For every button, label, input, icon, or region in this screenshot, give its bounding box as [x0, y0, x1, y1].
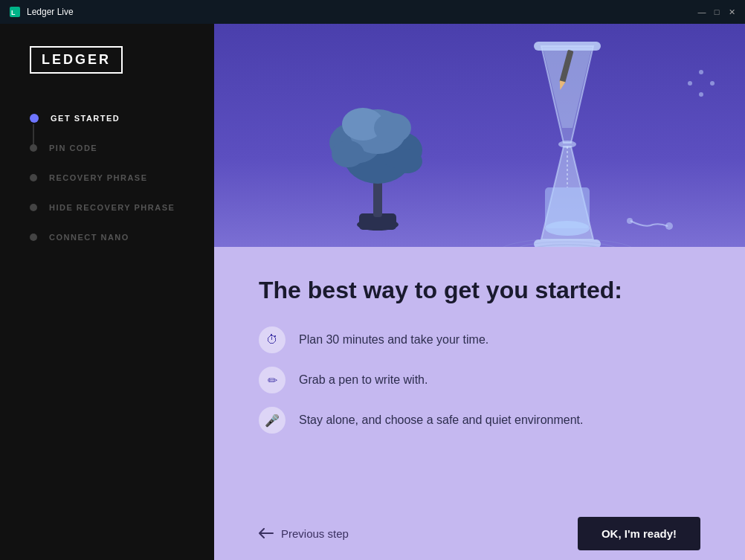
step-label-pin-code: PIN CODE — [49, 144, 97, 152]
svg-point-27 — [699, 70, 703, 74]
step-label-hide-recovery-phrase: HIDE RECOVERY PHRASE — [49, 203, 175, 212]
window-controls: — □ ✕ — [697, 7, 736, 16]
sidebar-item-connect-nano[interactable]: CONNECT NANO — [30, 222, 214, 252]
close-button[interactable]: ✕ — [727, 7, 736, 16]
main-content: The best way to get you started: ⏱ Plan … — [214, 24, 745, 560]
step-label-recovery-phrase: RECOVERY PHRASE — [49, 173, 148, 182]
svg-point-24 — [688, 81, 692, 86]
step-dot-get-started — [30, 114, 39, 123]
svg-rect-14 — [545, 187, 590, 228]
list-item: ✏ Grab a pen to write with. — [259, 367, 700, 393]
microphone-icon: 🎤 — [259, 407, 286, 434]
app-title: Ledger Live — [27, 7, 74, 17]
arrow-left-icon — [259, 528, 274, 538]
svg-rect-15 — [534, 42, 601, 51]
bottom-navigation: Previous step OK, I'm ready! — [214, 506, 745, 560]
page-title: The best way to get you started: — [259, 277, 700, 304]
ledger-logo: LEDGER — [30, 46, 123, 74]
previous-step-label: Previous step — [281, 527, 349, 540]
minimize-button[interactable]: — — [697, 7, 706, 16]
sidebar: LEDGER GET STARTED PIN CODE RECOVERY PHR… — [0, 24, 214, 560]
sidebar-item-pin-code[interactable]: PIN CODE — [30, 133, 214, 163]
step-line-4 — [33, 124, 34, 145]
list-item: ⏱ Plan 30 minutes and take your time. — [259, 326, 700, 353]
tip-text-pen: Grab a pen to write with. — [299, 373, 428, 387]
hero-svg — [214, 24, 745, 247]
svg-point-29 — [627, 218, 633, 224]
svg-text:L: L — [11, 9, 16, 16]
step-dot-hide-recovery-phrase — [30, 204, 37, 211]
sidebar-item-hide-recovery-phrase[interactable]: HIDE RECOVERY PHRASE — [30, 193, 214, 222]
titlebar: L Ledger Live — □ ✕ — [0, 0, 745, 24]
previous-step-button[interactable]: Previous step — [259, 527, 349, 540]
svg-point-26 — [710, 81, 715, 86]
sidebar-item-recovery-phrase[interactable]: RECOVERY PHRASE — [30, 163, 214, 193]
step-label-connect-nano: CONNECT NANO — [49, 233, 129, 242]
hero-illustration — [214, 24, 745, 247]
nav-steps: GET STARTED PIN CODE RECOVERY PHRASE HID… — [0, 103, 214, 252]
ok-ready-button[interactable]: OK, I'm ready! — [578, 517, 700, 550]
step-dot-connect-nano — [30, 234, 37, 241]
sidebar-item-get-started[interactable]: GET STARTED — [30, 103, 214, 133]
step-dot-pin-code — [30, 144, 37, 152]
step-dot-recovery-phrase — [30, 174, 37, 181]
app-body: LEDGER GET STARTED PIN CODE RECOVERY PHR… — [0, 24, 745, 560]
svg-point-12 — [393, 149, 422, 173]
svg-point-11 — [332, 141, 364, 167]
titlebar-left: L Ledger Live — [9, 6, 74, 18]
svg-point-28 — [665, 222, 673, 230]
pen-icon: ✏ — [259, 367, 286, 393]
maximize-button[interactable]: □ — [712, 7, 721, 16]
logo-area: LEDGER — [0, 39, 214, 103]
svg-point-25 — [699, 92, 703, 97]
tip-text-alone: Stay alone, and choose a safe and quiet … — [299, 413, 583, 427]
content-section: The best way to get you started: ⏱ Plan … — [214, 247, 745, 560]
tip-text-time: Plan 30 minutes and take your time. — [299, 333, 488, 347]
svg-point-10 — [374, 113, 411, 143]
step-label-get-started: GET STARTED — [51, 114, 120, 123]
ledger-app-icon: L — [9, 6, 21, 18]
list-item: 🎤 Stay alone, and choose a safe and quie… — [259, 407, 700, 434]
tips-list: ⏱ Plan 30 minutes and take your time. ✏ … — [259, 326, 700, 434]
clock-icon: ⏱ — [259, 326, 286, 353]
